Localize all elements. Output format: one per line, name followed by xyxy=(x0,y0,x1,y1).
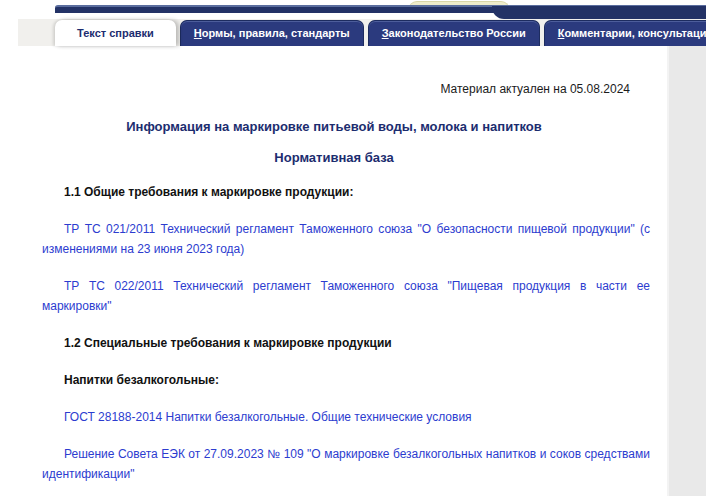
tab-norms-rules-standards[interactable]: Нормы, правила, стандарты xyxy=(180,20,364,46)
chrome-top-bar-right xyxy=(492,6,706,19)
document-body: 1.1 Общие требования к маркировке продук… xyxy=(42,182,650,496)
document-title: Информация на маркировке питьевой воды, … xyxy=(30,119,638,134)
document-view: Материал актуален на 05.08.2024 Информац… xyxy=(0,46,668,496)
link-gost-28188-2014[interactable]: ГОСТ 28188-2014 Напитки безалкогольные. … xyxy=(42,407,650,427)
section-heading-1-2: 1.2 Специальные требования к маркировке … xyxy=(42,333,650,353)
tab-help-text[interactable]: Текст справки xyxy=(55,20,176,46)
tab-strip: Текст справки Нормы, правила, стандарты … xyxy=(18,19,706,46)
section-heading-1-1: 1.1 Общие требования к маркировке продук… xyxy=(42,182,650,202)
tab-label: аконодательство России xyxy=(389,27,526,39)
tab-label: омментарии, консультации xyxy=(564,27,706,39)
tab-comments-consultations[interactable]: Комментарии, консультации xyxy=(544,20,706,46)
tab-hotkey-letter: З xyxy=(382,27,389,39)
material-updated-note: Материал актуален на 05.08.2024 xyxy=(0,82,668,96)
tab-label: Текст справки xyxy=(77,27,154,39)
link-tr-ts-021-2011[interactable]: ТР ТС 021/2011 Технический регламент Там… xyxy=(42,219,650,259)
tab-hotkey-letter: Н xyxy=(194,27,202,39)
tab-label: ормы, правила, стандарты xyxy=(202,27,350,39)
scrollbar-track[interactable] xyxy=(667,46,706,496)
document-subtitle: Нормативная база xyxy=(0,150,668,165)
link-tr-ts-022-2011[interactable]: ТР ТС 022/2011 Технический регламент Там… xyxy=(42,276,650,316)
link-eec-council-decision-109[interactable]: Решение Совета ЕЭК от 27.09.2023 № 109 "… xyxy=(42,444,650,484)
subsection-heading-soft-drinks: Напитки безалкогольные: xyxy=(42,370,650,390)
tab-russian-legislation[interactable]: Законодательство России xyxy=(368,20,540,46)
